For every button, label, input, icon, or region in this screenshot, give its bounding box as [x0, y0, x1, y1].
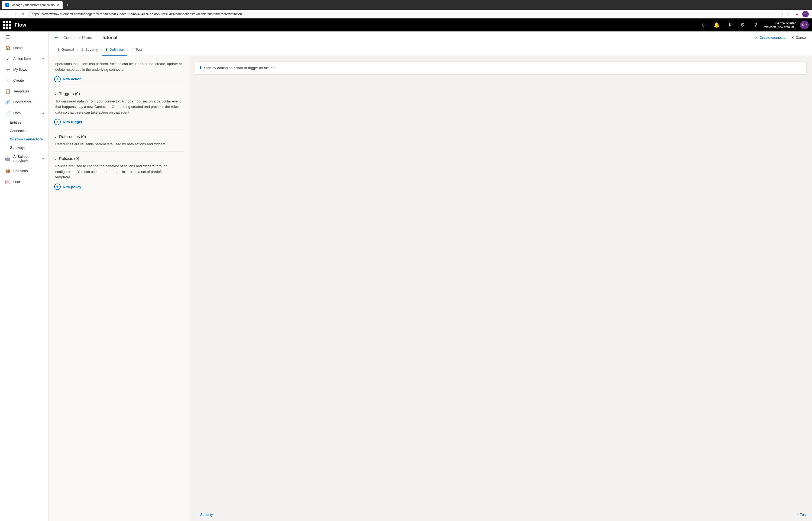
- security-nav-back-icon: ←: [195, 513, 198, 517]
- step-general[interactable]: 1. General: [54, 44, 77, 55]
- sidebar-item-data[interactable]: 📄 Data ∧: [0, 107, 48, 118]
- references-header[interactable]: ∨ References (0): [54, 134, 184, 139]
- settings-button[interactable]: ⚙: [738, 20, 747, 30]
- browser-profile-button[interactable]: D: [802, 11, 809, 17]
- sidebar-hamburger[interactable]: ☰: [0, 31, 48, 42]
- sidebar-sub-item-connections[interactable]: Connections: [0, 127, 48, 135]
- sidebar-item-templates[interactable]: 📋 Templates: [0, 86, 48, 96]
- app-bar: Flow ☺ 🔔 ⬇ ⚙ ? Denzel Pfeifer Microsoft …: [0, 18, 812, 31]
- user-org: Microsoft (new default) (: [764, 25, 796, 28]
- tab-favicon: ⚡: [5, 3, 9, 7]
- step-navigation: 1. General › 2. Security › 3. Definition…: [49, 44, 812, 56]
- policies-header[interactable]: ∨ Policies (0): [54, 156, 184, 161]
- sidebar-ai-builder-label: AI Builder (preview): [13, 155, 39, 163]
- new-trigger-plus-icon: +: [54, 119, 61, 125]
- sidebar-item-solutions[interactable]: 📦 Solutions: [0, 165, 48, 176]
- new-policy-plus-icon: +: [54, 183, 61, 190]
- check-icon: ✓: [755, 36, 758, 40]
- connector-name-label: Connector Name: [64, 36, 92, 40]
- my-flows-icon: ↩: [5, 67, 10, 72]
- sidebar-item-my-flows[interactable]: ↩ My flows: [0, 64, 48, 75]
- notifications-button[interactable]: 🔔: [712, 20, 721, 30]
- sidebar-item-create[interactable]: + Create: [0, 75, 48, 86]
- sidebar-connectors-label: Connectors: [13, 100, 44, 104]
- cancel-x-icon: ✕: [791, 36, 794, 40]
- action-items-icon: ✓: [5, 56, 10, 61]
- browser-icons: ☆ ● D: [785, 11, 809, 17]
- triggers-header[interactable]: ∨ Triggers (0): [54, 91, 184, 96]
- content-panel: ← Connector Name | Tutorial ✓ Create con…: [49, 31, 812, 521]
- info-text: Start by adding an action or trigger on …: [204, 66, 276, 70]
- info-message: ℹ Start by adding an action or trigger o…: [195, 61, 807, 74]
- test-nav-label: Test: [800, 513, 807, 517]
- browser-chrome: ⚡ Manage your custom connectors ✕ +: [0, 0, 812, 10]
- sidebar-my-flows-label: My flows: [13, 68, 44, 72]
- refresh-nav-button[interactable]: ↻: [20, 11, 26, 17]
- triggers-description: Triggers read data in from your connecto…: [54, 99, 184, 115]
- test-nav-forward-icon: →: [795, 513, 798, 517]
- left-panel: operations that users can perform. Actio…: [49, 56, 190, 521]
- sidebar-item-ai-builder[interactable]: 🤖 AI Builder (preview) ∨: [0, 152, 48, 165]
- download-button[interactable]: ⬇: [725, 20, 735, 30]
- sidebar-sub-item-gateways[interactable]: Gateways: [0, 143, 48, 152]
- panel-bottom-navigation: ← Security Test →: [190, 508, 812, 521]
- create-connector-button[interactable]: ✓ Create connector: [755, 36, 787, 40]
- back-button[interactable]: ←: [54, 35, 59, 40]
- right-panel-content: ℹ Start by adding an action or trigger o…: [190, 56, 812, 521]
- security-nav-label: Security: [200, 513, 213, 517]
- references-section: ∨ References (0) References are reusable…: [54, 134, 184, 147]
- emoji-feedback-button[interactable]: ☺: [699, 20, 709, 30]
- new-action-plus-icon: +: [54, 76, 61, 83]
- references-title: References (0): [59, 134, 86, 139]
- test-nav-link[interactable]: Test →: [795, 513, 807, 517]
- divider-triggers-references: [54, 130, 184, 130]
- right-panel: ℹ Start by adding an action or trigger o…: [190, 56, 812, 521]
- nav-buttons: ← → ↻: [3, 11, 26, 17]
- waffle-menu-button[interactable]: [3, 21, 11, 29]
- new-trigger-button[interactable]: + New trigger: [54, 119, 184, 125]
- sidebar-item-learn[interactable]: 📖 Learn: [0, 176, 48, 187]
- sidebar-action-items-label: Action items: [13, 56, 39, 61]
- address-input[interactable]: [28, 11, 783, 17]
- sidebar-templates-label: Templates: [13, 89, 44, 93]
- step-test[interactable]: 4. Test: [128, 44, 145, 55]
- forward-nav-button[interactable]: →: [11, 11, 18, 17]
- main-area: ☰ 🏠 Home ✓ Action items ∨ ↩ My flows + C…: [0, 31, 812, 521]
- bookmark-icon[interactable]: ☆: [785, 11, 791, 17]
- extensions-icon[interactable]: ●: [794, 11, 800, 17]
- references-description: References are reusable parameters used …: [54, 141, 184, 147]
- sidebar-item-connectors[interactable]: 🔗 Connectors: [0, 96, 48, 107]
- step-definition[interactable]: 3. Definition: [102, 44, 127, 55]
- user-avatar[interactable]: DP: [800, 21, 809, 29]
- cancel-button[interactable]: ✕ Cancel: [791, 36, 807, 40]
- help-button[interactable]: ?: [751, 20, 761, 30]
- data-chevron: ∧: [42, 111, 44, 115]
- hamburger-icon: ☰: [5, 34, 10, 40]
- tab-title: Manage your custom connectors: [11, 3, 55, 6]
- user-info: Denzel Pfeifer Microsoft (new default) (: [764, 21, 796, 28]
- connector-title: Tutorial: [102, 35, 117, 40]
- policies-toggle-icon: ∨: [54, 156, 57, 160]
- policies-title: Policies (0): [59, 156, 79, 161]
- tab-close-button[interactable]: ✕: [57, 3, 59, 7]
- sidebar-sub-item-custom-connectors[interactable]: Custom connectors: [0, 135, 48, 143]
- back-nav-button[interactable]: ←: [3, 11, 10, 17]
- step-security[interactable]: 2. Security: [78, 44, 101, 55]
- user-name: Denzel Pfeifer: [775, 21, 796, 25]
- sidebar-learn-label: Learn: [13, 180, 44, 184]
- security-nav-link[interactable]: ← Security: [195, 513, 213, 517]
- header-actions: ✓ Create connector ✕ Cancel: [755, 36, 807, 40]
- sidebar-sub-item-entities[interactable]: Entities: [0, 118, 48, 127]
- triggers-toggle-icon: ∨: [54, 92, 57, 96]
- new-policy-button[interactable]: + New policy: [54, 183, 184, 190]
- browser-tab[interactable]: ⚡ Manage your custom connectors ✕: [2, 1, 63, 9]
- sidebar-item-home[interactable]: 🏠 Home: [0, 42, 48, 53]
- new-action-button[interactable]: + New action: [54, 76, 184, 83]
- policies-description: Policies are used to change the behavior…: [54, 163, 184, 180]
- definition-area: operations that users can perform. Actio…: [49, 56, 812, 521]
- address-bar: ← → ↻ ☆ ● D: [0, 10, 812, 18]
- sidebar-item-action-items[interactable]: ✓ Action items ∨: [0, 53, 48, 64]
- new-tab-button[interactable]: +: [65, 2, 70, 7]
- triggers-section: ∨ Triggers (0) Triggers read data in fro…: [54, 91, 184, 125]
- references-toggle-icon: ∨: [54, 134, 57, 138]
